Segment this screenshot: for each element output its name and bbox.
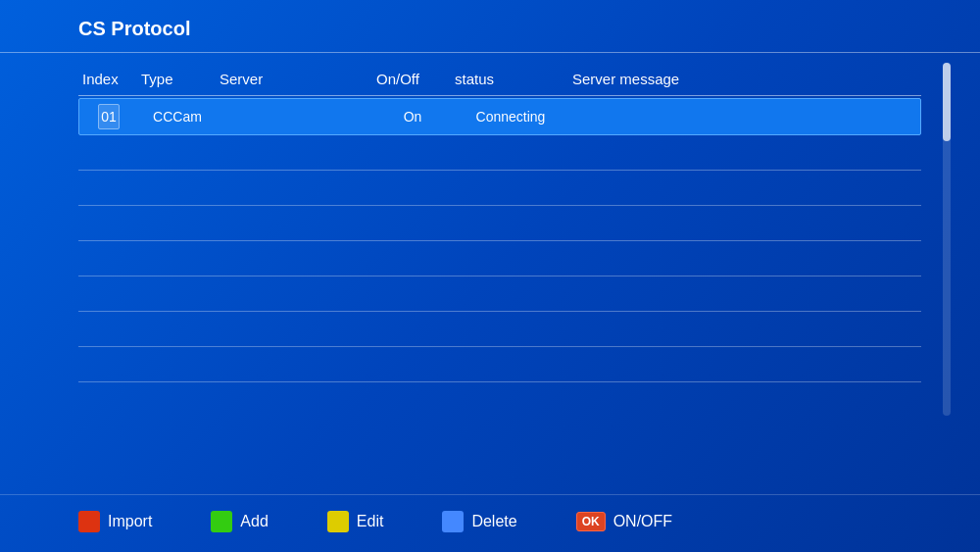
content-area: Index Type Server On/Off status Server m…: [0, 53, 980, 494]
table-row[interactable]: [78, 171, 921, 206]
col-message: Server message: [568, 71, 921, 87]
col-type: Type: [137, 71, 216, 87]
row-server: [217, 111, 373, 123]
add-icon: [211, 511, 232, 532]
import-label: Import: [108, 513, 152, 530]
scrollbar-thumb[interactable]: [943, 63, 951, 141]
title-bar: CS Protocol: [0, 0, 980, 53]
import-icon: [78, 511, 100, 532]
page-title: CS Protocol: [78, 18, 190, 40]
import-button[interactable]: Import: [78, 511, 152, 532]
ok-icon: OK: [576, 512, 606, 531]
row-index: 01: [79, 103, 138, 130]
col-server: Server: [216, 71, 372, 87]
delete-label: Delete: [471, 513, 516, 530]
table-rows: 01 CCCam On Connecting: [78, 98, 921, 484]
table-row[interactable]: [78, 312, 921, 347]
row-index-value: 01: [98, 104, 120, 129]
table-row[interactable]: [78, 206, 921, 241]
col-index: Index: [78, 71, 137, 87]
onoff-button[interactable]: OK ON/OFF: [576, 512, 672, 531]
add-label: Add: [240, 513, 268, 530]
add-button[interactable]: Add: [211, 511, 268, 532]
delete-icon: [442, 511, 464, 532]
col-status: status: [451, 71, 568, 87]
row-status: Connecting: [452, 103, 569, 130]
footer: Import Add Edit Delete OK ON/OFF: [0, 494, 980, 552]
table-row[interactable]: [78, 135, 921, 171]
row-onoff: On: [373, 103, 452, 130]
row-message: [569, 111, 920, 123]
col-onoff: On/Off: [372, 71, 451, 87]
onoff-label: ON/OFF: [613, 513, 672, 530]
table-row[interactable]: [78, 241, 921, 276]
edit-button[interactable]: Edit: [327, 511, 384, 532]
edit-icon: [327, 511, 349, 532]
table-header: Index Type Server On/Off status Server m…: [78, 63, 921, 96]
table-section: Index Type Server On/Off status Server m…: [78, 63, 941, 484]
table-row[interactable]: [78, 347, 921, 382]
scrollbar[interactable]: [943, 63, 951, 416]
row-type: CCCam: [138, 103, 217, 130]
edit-label: Edit: [357, 513, 384, 530]
table-row[interactable]: [78, 276, 921, 312]
table-row[interactable]: 01 CCCam On Connecting: [78, 98, 921, 135]
delete-button[interactable]: Delete: [442, 511, 516, 532]
main-container: CS Protocol Index Type Server On/Off sta…: [0, 0, 980, 552]
